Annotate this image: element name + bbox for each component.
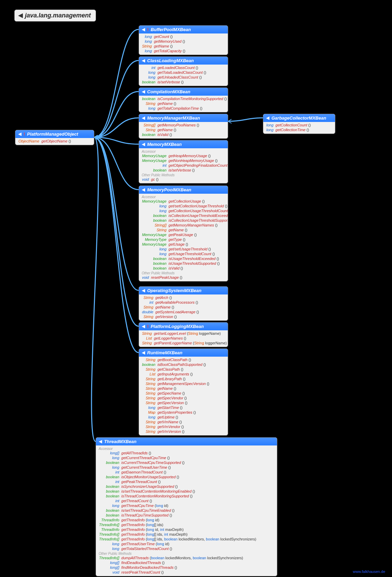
method-name: getVmVendor () [156,424,210,429]
method-name: getUnloadedClassCount () [156,75,207,80]
method-name: is/setThreadContentionMonitoringEnabled … [120,489,257,494]
method-row: StringgetName () [141,386,210,391]
method-name: getSystemProperties () [156,410,210,415]
method-row: MemoryUsagegetNonHeapMemoryUsage () [141,158,228,163]
return-type: String [141,357,156,362]
method-name: getStartTime () [156,405,210,410]
return-type: long [141,405,156,410]
section-label: Accessor [141,150,226,153]
class-header: OperatingSystemMXBean [139,287,228,294]
method-name: getCollectionUsageThresholdCount () [168,208,228,213]
return-type: boolean [141,168,168,173]
method-row: StringgetVmVendor () [141,424,210,429]
new-icon: ! [24,132,25,137]
class-title: OperatingSystemMXBean [147,288,201,293]
method-row: longgetTotalLoadedClassCount () [141,70,207,75]
method-name: getTotalStartedThreadCount () [120,546,257,551]
method-row: ThreadInfo[]getThreadInfo (long[] ids, b… [98,537,257,541]
method-name: isCollectionUsageThresholdExceeded () [168,213,228,218]
interface-icon [142,188,145,192]
return-type: boolean [141,266,168,271]
return-type: List [141,336,153,341]
class-title: GarbageCollectorMXBean [271,115,326,121]
method-row: StringgetVmVersion () [141,429,210,434]
class-body: String[]getMemoryPoolNames ()StringgetNa… [139,122,228,138]
return-type: MemoryUsage [141,199,168,204]
method-row: longgetMemoryUsed () [141,39,186,44]
return-type: boolean [141,96,156,101]
edge-line [94,137,139,290]
method-name: getType () [168,237,228,242]
return-type: ThreadInfo[] [98,522,120,527]
return-type: int [98,470,120,475]
return-type: ObjectName [17,139,40,143]
method-name: gc () [150,177,159,182]
return-type: long [141,34,153,39]
return-type: long [141,247,168,251]
method-row: longget/setCollectionUsageThreshold () [141,204,228,208]
class-body: longgetCount ()longgetMemoryUsed ()Strin… [139,33,228,55]
section-label: Other Public Methods [98,552,275,555]
class-header: GarbageCollectorMXBean [263,114,335,122]
return-type: String [141,396,156,400]
class-box-MemoryMXBean: MemoryMXBeanAccessorMemoryUsagegetHeapMe… [139,140,228,183]
method-name: getName () [156,127,200,132]
package-icon [18,13,23,18]
class-header: !BufferPoolMXBean [139,26,228,33]
method-row: StringgetName () [141,305,200,310]
footer-link[interactable]: www.falkhausen.de [353,569,385,574]
class-header: CompilationMXBean [139,88,228,96]
method-row: long[]findDeadlockedThreads () [98,560,244,565]
return-type: String [141,367,156,372]
method-row: intgetLoadedClassCount () [141,65,207,70]
method-row: booleanis/setThreadContentionMonitoringE… [98,489,257,494]
interface-icon [142,143,145,146]
return-type: String [141,228,168,232]
class-body: intgetLoadedClassCount ()longgetTotalLoa… [139,65,228,86]
method-row: booleanis/setVerbose () [141,168,228,173]
method-row: booleanisSynchronizerUsageSupported () [98,484,257,489]
method-name: getManagementSpecVersion () [156,381,210,386]
method-row: longgetCollectionTime () [265,127,312,132]
method-row: longgetUnloadedClassCount () [141,75,207,80]
section-label: Other Public Methods [141,271,226,275]
method-name: isThreadCpuTimeSupported () [120,513,257,518]
class-box-OperatingSystemMXBean: OperatingSystemMXBeanStringgetArch ()int… [139,286,228,321]
return-type: long [141,106,156,111]
class-body: ObjectNamegetObjectName () [15,138,94,145]
return-type: String[] [141,123,156,127]
return-type: String [141,314,154,319]
return-type: String [141,101,156,106]
return-type: long [141,49,153,53]
return-type: void [141,275,150,280]
method-name: getObjectPendingFinalizationCount () [168,163,228,168]
method-name: getCurrentThreadCpuTime () [120,455,257,460]
return-type: long [98,465,120,470]
return-type: String[] [141,223,168,228]
class-title: PlatformLoggingMXBean [151,324,204,329]
edge-line [94,29,139,137]
method-name: getObjectName () [40,139,72,143]
return-type: ThreadInfo [98,518,120,522]
method-row: longgetCount () [141,34,186,39]
method-row: StringgetName () [141,228,228,232]
return-type: long [141,415,156,420]
method-row: longgetUptime () [141,415,210,420]
class-body: Accessorlong[]getAllThreadIds ()longgetC… [96,445,277,576]
method-name: isSynchronizerUsageSupported () [120,484,257,489]
method-row: long[]getAllThreadIds () [98,451,257,455]
package-name: java.lang.management [25,12,91,19]
method-name: getHeapMemoryUsage () [168,153,228,158]
method-name: getBootClassPath () [156,357,210,362]
method-row: StringgetParentLoggerName (String logger… [141,341,228,345]
class-title: CompilationMXBean [147,89,190,94]
method-row: ThreadInfo[]getThreadInfo (long[] ids) [98,522,257,527]
return-type: String [141,44,153,49]
method-row: StringgetName () [141,127,200,132]
method-name: getParentLoggerName (String loggerName) [153,341,228,345]
edge-line [228,118,263,121]
return-type: long [265,127,275,132]
return-type: long [141,251,168,256]
method-name: getName () [156,386,210,391]
method-name: getUptime () [156,415,210,420]
